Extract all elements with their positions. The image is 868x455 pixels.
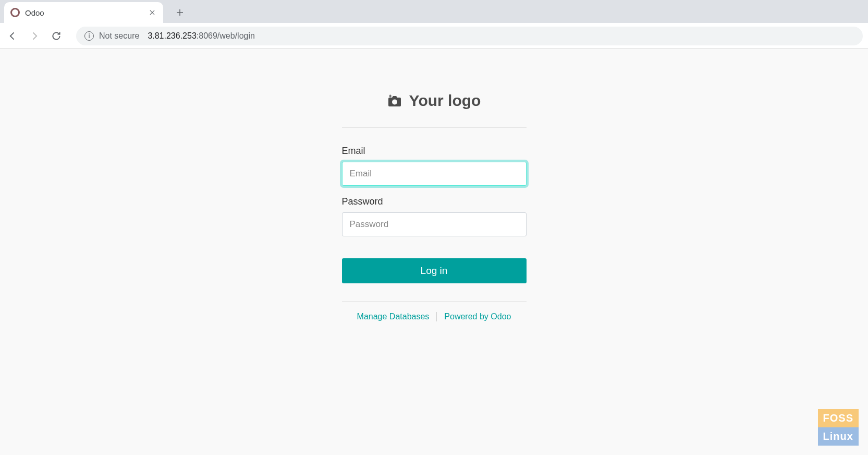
email-group: Email (342, 146, 527, 186)
forward-button[interactable] (27, 29, 42, 43)
new-tab-button[interactable] (170, 3, 189, 22)
not-secure-label: Not secure (99, 31, 139, 41)
password-input[interactable] (342, 212, 527, 236)
tab-strip: Odoo (0, 0, 868, 23)
browser-toolbar: i Not secure 3.81.236.253:8069/web/login (0, 23, 868, 49)
back-button[interactable] (5, 29, 20, 43)
browser-chrome: Odoo i Not secure 3.81.236.253:8069/web/… (0, 0, 868, 49)
manage-databases-link[interactable]: Manage Databases (357, 312, 430, 321)
url-text: 3.81.236.253:8069/web/login (148, 31, 255, 41)
odoo-favicon-icon (10, 8, 20, 17)
svg-point-1 (392, 100, 397, 105)
camera-plus-icon (387, 94, 402, 107)
password-label: Password (342, 196, 527, 207)
login-footer: Manage Databases Powered by Odoo (342, 301, 527, 321)
watermark-line2: Linux (818, 427, 859, 446)
email-input[interactable] (342, 162, 527, 186)
footer-separator (436, 312, 437, 321)
logo-area[interactable]: Your logo (342, 92, 527, 128)
powered-by-odoo-link[interactable]: Powered by Odoo (444, 312, 511, 321)
login-button[interactable]: Log in (342, 258, 527, 283)
close-tab-icon[interactable] (148, 8, 157, 17)
logo-text: Your logo (409, 92, 481, 110)
reload-button[interactable] (49, 29, 64, 43)
email-label: Email (342, 146, 527, 157)
page-content: Your logo Email Password Log in Manage D… (0, 49, 868, 455)
browser-tab[interactable]: Odoo (4, 2, 163, 23)
login-form: Your logo Email Password Log in Manage D… (342, 92, 527, 455)
watermark-line1: FOSS (818, 409, 859, 427)
address-bar[interactable]: i Not secure 3.81.236.253:8069/web/login (76, 27, 863, 45)
tab-title: Odoo (25, 8, 142, 17)
password-group: Password (342, 196, 527, 236)
site-info-icon[interactable]: i (84, 31, 94, 41)
fosslinux-watermark: FOSS Linux (818, 409, 859, 446)
